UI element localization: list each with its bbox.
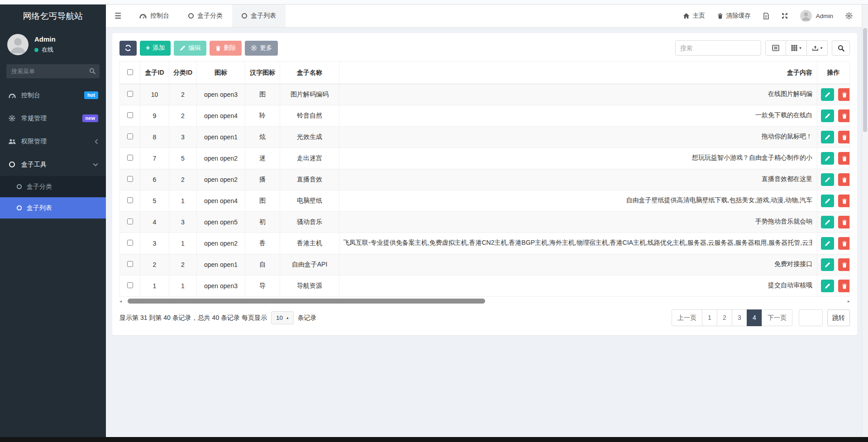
row-edit-button[interactable] [821,109,834,122]
language-icon[interactable] [763,13,769,19]
home-link[interactable]: 主页 [683,12,705,20]
trash-icon [842,156,847,162]
user-panel: Admin 在线 [0,28,106,59]
cell-icon: open open1 [197,127,245,148]
tab-dashboard[interactable]: 控制台 [130,5,179,27]
row-checkbox[interactable] [127,240,133,246]
clear-cache-link[interactable]: 清除缓存 [717,12,751,20]
delete-button[interactable]: 删除 [210,41,242,56]
more-button[interactable]: 更多 [245,41,278,56]
row-delete-button[interactable] [838,109,850,122]
pencil-icon [825,177,830,183]
prev-page-button[interactable]: 上一页 [672,309,702,326]
cell-name: 香港主机 [280,233,339,254]
row-edit-button[interactable] [821,237,834,250]
cell-icon: open open2 [197,148,245,169]
row-checkbox[interactable] [127,197,133,203]
columns-button[interactable]: ▾ [786,40,807,56]
scroll-right-icon[interactable]: ▸ [848,298,850,304]
sidebar-item-general[interactable]: 常规管理 new [0,107,106,130]
pencil-icon [825,219,830,225]
table-search-input[interactable] [675,40,761,56]
page-size-select[interactable]: 10 ▴ [271,311,294,324]
page-number-button[interactable]: 4 [747,309,762,326]
bottom-bar [0,437,868,442]
user-status: 在线 [34,46,56,54]
cell-checkbox [120,169,140,190]
browser-scrollbar[interactable] [862,5,868,437]
cell-cat-id: 2 [169,105,197,127]
navbar-user[interactable]: Admin [800,10,833,22]
row-edit-button[interactable] [821,88,834,101]
row-checkbox[interactable] [127,219,133,224]
cell-ops [817,148,850,169]
row-checkbox[interactable] [127,91,133,97]
jump-button[interactable]: 跳转 [827,309,850,326]
circle-icon [17,205,22,210]
next-page-button[interactable]: 下一页 [762,309,792,326]
select-all-checkbox[interactable] [127,69,133,75]
scrollbar-thumb[interactable] [128,299,485,304]
settings-gears-icon[interactable] [845,12,853,19]
row-edit-button[interactable] [821,258,834,271]
caret-down-icon: ▾ [799,46,801,50]
add-button[interactable]: + 添加 [140,41,171,56]
cell-checkbox [120,190,140,212]
pagination: 上一页 1 2 3 4 下一页 [672,309,850,326]
export-button[interactable]: ▾ [807,40,828,56]
jump-page-input[interactable] [799,309,823,326]
trash-icon [842,134,847,140]
row-checkbox[interactable] [127,176,133,182]
row-edit-button[interactable] [821,131,834,143]
row-edit-button[interactable] [821,152,834,165]
dashboard-icon [139,13,147,19]
pencil-icon [825,241,830,247]
edit-button[interactable]: 编辑 [174,41,206,56]
fullscreen-icon[interactable] [782,13,788,19]
row-checkbox[interactable] [127,282,133,288]
search-button[interactable] [832,40,850,56]
cell-box-id: 1 [140,276,169,297]
sidebar-item-dashboard[interactable]: 控制台 hot [0,84,106,107]
row-delete-button[interactable] [838,131,850,143]
row-checkbox[interactable] [127,155,133,161]
table-view-button-group: ▾ ▾ [765,40,828,56]
row-checkbox[interactable] [127,261,133,267]
toggle-view-button[interactable] [765,40,786,56]
sidebar-item-boxtools[interactable]: 盒子工具 [0,153,106,176]
dashboard-icon [8,92,16,99]
row-delete-button[interactable] [838,258,850,271]
row-edit-button[interactable] [821,195,834,207]
row-delete-button[interactable] [838,280,850,292]
cell-name: 铃音自然 [280,105,339,127]
row-delete-button[interactable] [838,173,850,186]
row-delete-button[interactable] [838,195,850,207]
row-delete-button[interactable] [838,237,850,250]
table-row: 3 1 open open2 香 香港主机 飞凤互联-专业提供免备案主机,免费虚… [120,233,850,254]
sidebar-search [6,64,100,78]
col-header-content: 盒子内容 [339,62,817,84]
sidebar-item-auth[interactable]: 权限管理 [0,130,106,153]
row-delete-button[interactable] [838,152,850,165]
row-edit-button[interactable] [821,173,834,186]
tab-box-list[interactable]: 盒子列表 [232,5,286,27]
home-icon [683,13,690,19]
row-checkbox[interactable] [127,112,133,118]
refresh-button[interactable] [119,41,137,56]
page-number-button[interactable]: 1 [702,309,717,326]
row-edit-button[interactable] [821,216,834,228]
row-checkbox[interactable] [127,133,133,139]
row-delete-button[interactable] [838,88,850,101]
cell-name: 电脑壁纸 [280,190,339,212]
sidebar-item-box-category[interactable]: 盒子分类 [0,176,106,197]
tab-box-category[interactable]: 盒子分类 [179,5,232,27]
scroll-left-icon[interactable]: ◂ [119,298,122,304]
page-number-button[interactable]: 2 [717,309,732,326]
menu-toggle-icon[interactable]: ☰ [106,11,130,21]
row-edit-button[interactable] [821,280,834,292]
browser-scrollbar-thumb[interactable] [863,28,867,132]
sidebar-item-box-list[interactable]: 盒子列表 [0,197,106,219]
sidebar-search-input[interactable] [6,64,100,78]
page-number-button[interactable]: 3 [732,309,747,326]
row-delete-button[interactable] [838,216,850,228]
